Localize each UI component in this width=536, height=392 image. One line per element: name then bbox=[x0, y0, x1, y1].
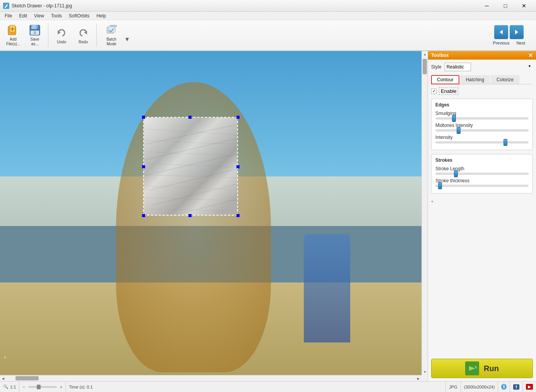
smudging-slider[interactable] bbox=[435, 117, 529, 120]
scroll-up-button[interactable]: ▲ bbox=[422, 51, 428, 57]
stroke-thickness-row: Stroke thickness bbox=[435, 178, 529, 187]
select-arrow-icon: ▼ bbox=[528, 64, 531, 68]
separator-1 bbox=[48, 24, 48, 47]
dimensions-value: (3000x2000x24) bbox=[464, 385, 495, 389]
scroll-thumb-h[interactable] bbox=[15, 376, 39, 380]
run-button[interactable]: Run bbox=[431, 359, 533, 378]
handle-tl[interactable] bbox=[142, 116, 145, 119]
strokes-section: Strokes Stroke Length Stroke thickness bbox=[431, 154, 533, 193]
next-button[interactable] bbox=[510, 25, 524, 39]
svg-line-18 bbox=[144, 140, 237, 144]
menu-help[interactable]: Help bbox=[93, 12, 109, 19]
close-button[interactable]: ✕ bbox=[515, 0, 533, 12]
handle-mr[interactable] bbox=[236, 165, 240, 168]
enable-checkbox[interactable]: ✓ bbox=[431, 89, 437, 94]
intensity-thumb[interactable] bbox=[503, 139, 507, 146]
style-select[interactable]: Realistic Cartoon Pencil Watercolor bbox=[445, 63, 471, 71]
handle-tr[interactable] bbox=[236, 116, 240, 119]
add-files-button[interactable]: AddFile(s)... bbox=[3, 22, 23, 48]
status-youtube[interactable]: ▶ bbox=[523, 382, 536, 392]
previous-button[interactable] bbox=[494, 25, 508, 39]
run-label: Run bbox=[484, 364, 499, 373]
handle-tc[interactable] bbox=[188, 116, 192, 119]
svg-rect-14 bbox=[110, 25, 117, 27]
stroke-thickness-thumb[interactable] bbox=[438, 182, 442, 189]
tabs: Contour Hatching Colorize bbox=[431, 75, 533, 84]
horizontal-scrollbar[interactable]: ◀ ▶ bbox=[0, 375, 421, 381]
canvas-area[interactable]: • ▲ ▼ ◀ ▶ bbox=[0, 51, 428, 381]
tab-hatching[interactable]: Hatching bbox=[460, 75, 490, 84]
enable-label: Enable bbox=[439, 87, 458, 95]
toolbar: AddFile(s)... Saveas... Undo bbox=[0, 20, 536, 51]
svg-line-21 bbox=[144, 175, 237, 178]
scroll-right-button[interactable]: ▶ bbox=[415, 375, 421, 381]
batch-mode-button[interactable]: BatchMode bbox=[100, 22, 123, 48]
midtones-slider[interactable] bbox=[435, 129, 529, 132]
scroll-left-button[interactable]: ◀ bbox=[0, 375, 6, 381]
handle-ml[interactable] bbox=[142, 165, 145, 168]
enable-row: ✓ Enable bbox=[431, 87, 533, 95]
tab-contour[interactable]: Contour bbox=[431, 75, 459, 84]
redo-button[interactable]: Redo bbox=[73, 22, 93, 48]
handle-bl[interactable] bbox=[142, 214, 145, 217]
youtube-icon: ▶ bbox=[526, 384, 533, 390]
scroll-thumb-v[interactable] bbox=[423, 59, 427, 74]
style-label: Style bbox=[431, 64, 442, 70]
handle-bc[interactable] bbox=[188, 214, 192, 217]
minimize-button[interactable]: ─ bbox=[478, 0, 496, 12]
stroke-thickness-label: Stroke thickness bbox=[435, 178, 529, 183]
undo-button[interactable]: Undo bbox=[51, 22, 72, 48]
svg-rect-9 bbox=[34, 31, 36, 34]
menu-view[interactable]: View bbox=[31, 12, 47, 19]
scrollbar-corner bbox=[421, 375, 428, 381]
midtones-thumb[interactable] bbox=[457, 127, 461, 134]
svg-line-26 bbox=[144, 131, 237, 164]
edges-section: Edges Smudging Midtones Intensity bbox=[431, 99, 533, 150]
handle-br[interactable] bbox=[236, 214, 240, 217]
info-icon: ℹ bbox=[501, 384, 507, 390]
svg-line-19 bbox=[148, 152, 235, 156]
zoom-slider[interactable] bbox=[28, 386, 57, 388]
zoom-icon: 🔍 bbox=[3, 384, 9, 389]
svg-line-17 bbox=[144, 129, 237, 135]
intensity-slider[interactable] bbox=[435, 141, 529, 144]
zoom-decrease-icon[interactable]: − bbox=[22, 385, 25, 389]
midtones-row: Midtones Intensity bbox=[435, 123, 529, 132]
vertical-scrollbar[interactable]: ▲ ▼ bbox=[421, 51, 428, 375]
tab-colorize[interactable]: Colorize bbox=[491, 75, 519, 84]
menubar: File Edit View Tools SoftOrbits Help bbox=[0, 12, 536, 20]
nav-labels: Previous Next bbox=[493, 41, 525, 45]
nav-buttons: Previous Next bbox=[493, 25, 525, 45]
scroll-down-button[interactable]: ▼ bbox=[422, 369, 428, 375]
toolbox-panel: Toolbox ✕ Style Realistic Cartoon Pencil… bbox=[428, 51, 536, 381]
menu-edit[interactable]: Edit bbox=[16, 12, 30, 19]
main-area: • ▲ ▼ ◀ ▶ Toolbox ✕ Style Realisti bbox=[0, 51, 536, 381]
stroke-length-thumb[interactable] bbox=[454, 170, 458, 177]
stroke-length-row: Stroke Length bbox=[435, 166, 529, 175]
svg-line-22 bbox=[150, 186, 231, 189]
smudging-thumb[interactable] bbox=[452, 115, 456, 122]
smudging-row: Smudging bbox=[435, 111, 529, 120]
status-slider: − + bbox=[19, 382, 66, 392]
titlebar-controls: ─ □ ✕ bbox=[478, 0, 533, 12]
format-value: JPG bbox=[449, 385, 457, 389]
svg-marker-31 bbox=[469, 366, 475, 371]
svg-rect-4 bbox=[12, 27, 13, 31]
status-facebook[interactable]: f bbox=[510, 382, 523, 392]
status-info[interactable]: ℹ bbox=[498, 382, 510, 392]
save-as-button[interactable]: Saveas... bbox=[25, 22, 45, 48]
undo-label: Undo bbox=[57, 40, 66, 44]
toolbox-close-button[interactable]: ✕ bbox=[528, 52, 533, 58]
menu-tools[interactable]: Tools bbox=[48, 12, 65, 19]
maximize-button[interactable]: □ bbox=[497, 0, 514, 12]
stroke-length-slider[interactable] bbox=[435, 173, 529, 175]
stroke-thickness-slider[interactable] bbox=[435, 185, 529, 187]
zoom-increase-icon[interactable]: + bbox=[60, 385, 62, 389]
save-icon bbox=[29, 24, 41, 36]
zoom-slider-thumb[interactable] bbox=[37, 385, 41, 389]
facebook-icon: f bbox=[513, 384, 519, 390]
svg-line-24 bbox=[147, 209, 235, 211]
menu-softorbits[interactable]: SoftOrbits bbox=[66, 12, 92, 19]
redo-label: Redo bbox=[79, 40, 88, 44]
menu-file[interactable]: File bbox=[2, 12, 15, 19]
